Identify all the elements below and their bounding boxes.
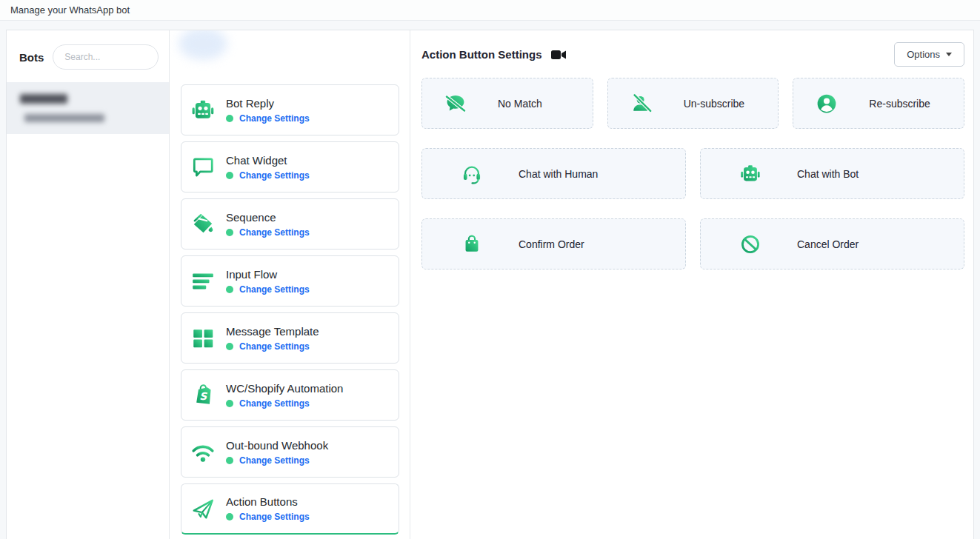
options-button[interactable]: Options (894, 42, 964, 67)
action-card-unsubscribe[interactable]: Un-subscribe (607, 78, 779, 129)
action-card-chat-with-human[interactable]: Chat with Human (421, 148, 686, 199)
video-camera-icon[interactable] (551, 50, 566, 60)
status-dot (226, 115, 233, 122)
change-settings-link[interactable]: Change Settings (239, 113, 310, 124)
feature-title: Action Buttons (226, 495, 310, 508)
feature-card-sequence[interactable]: Sequence Change Settings (181, 198, 399, 250)
main-card: Bots (6, 30, 974, 539)
feature-title: WC/Shopify Automation (226, 382, 343, 395)
change-settings-link[interactable]: Change Settings (239, 341, 310, 352)
robot-icon (739, 163, 761, 185)
status-dot (226, 343, 233, 350)
status-dot (226, 172, 233, 179)
change-settings-link[interactable]: Change Settings (239, 284, 310, 295)
ban-icon (739, 233, 761, 255)
page-title: Manage your WhatsApp bot (10, 4, 130, 16)
status-dot (226, 400, 233, 407)
feature-card-message-template[interactable]: Message Template Change Settings (181, 312, 399, 364)
resubscribe-person-icon (816, 93, 838, 115)
paper-plane-icon (190, 496, 226, 521)
chat-bubble-icon (190, 155, 226, 180)
action-card-cancel-order[interactable]: Cancel Order (700, 218, 964, 270)
bots-sidebar: Bots (7, 30, 170, 539)
feature-card-wc-shopify[interactable]: S WC/Shopify Automation Change Settings (181, 369, 399, 421)
options-label: Options (907, 49, 940, 60)
action-card-confirm-order[interactable]: Confirm Order (421, 218, 686, 270)
action-card-label: Re-subscribe (869, 98, 930, 110)
action-row-2: Chat with Human Chat with Bot (421, 148, 964, 199)
top-bar: Manage your WhatsApp bot (0, 0, 980, 21)
svg-text:S: S (199, 390, 207, 402)
headset-icon (461, 163, 483, 185)
status-dot (226, 286, 233, 293)
action-button-settings-panel: Action Button Settings Options (410, 30, 973, 539)
feature-title: Chat Widget (226, 154, 310, 167)
paint-bucket-icon (190, 212, 226, 237)
feature-title: Message Template (226, 325, 319, 338)
change-settings-link[interactable]: Change Settings (239, 170, 310, 181)
feature-card-action-buttons[interactable]: Action Buttons Change Settings (181, 483, 399, 535)
feature-card-input-flow[interactable]: Input Flow Change Settings (181, 255, 399, 307)
action-card-label: Chat with Human (519, 168, 598, 180)
wifi-icon (190, 440, 226, 465)
status-dot (226, 457, 233, 464)
search-input[interactable] (53, 44, 159, 70)
action-card-label: Chat with Bot (797, 168, 859, 180)
feature-title: Sequence (226, 211, 310, 224)
feature-title: Out-bound Webhook (226, 439, 328, 452)
action-card-resubscribe[interactable]: Re-subscribe (793, 78, 964, 129)
grid-squares-icon (190, 326, 226, 351)
change-settings-link[interactable]: Change Settings (239, 398, 310, 409)
feature-title: Input Flow (226, 268, 310, 281)
unsubscribe-person-icon (630, 93, 653, 115)
shopping-bag-icon (461, 233, 483, 255)
action-card-label: Cancel Order (797, 238, 859, 250)
action-card-no-match[interactable]: No Match (421, 78, 593, 129)
feature-card-chat-widget[interactable]: Chat Widget Change Settings (181, 141, 399, 192)
feature-title: Bot Reply (226, 97, 310, 110)
status-dot (226, 513, 233, 520)
action-row-1: No Match Un-subscribe (421, 78, 964, 129)
panel-title: Action Button Settings (421, 48, 541, 61)
feature-list: Bot Reply Change Settings Chat Widget Ch… (170, 30, 410, 539)
redacted-bot-phone (24, 114, 104, 122)
action-card-chat-with-bot[interactable]: Chat with Bot (700, 148, 964, 199)
change-settings-link[interactable]: Change Settings (239, 227, 310, 238)
sidebar-header: Bots (7, 30, 169, 82)
bot-list-item-selected[interactable] (7, 82, 169, 134)
action-card-label: No Match (498, 98, 542, 110)
feature-card-outbound-webhook[interactable]: Out-bound Webhook Change Settings (181, 426, 399, 478)
status-dot (226, 229, 233, 236)
blurred-blob (179, 30, 227, 60)
action-card-label: Un-subscribe (684, 98, 744, 110)
no-match-icon (444, 93, 467, 115)
change-settings-link[interactable]: Change Settings (239, 512, 310, 522)
shopify-bag-icon: S (190, 383, 226, 408)
bots-heading: Bots (19, 51, 44, 64)
change-settings-link[interactable]: Change Settings (239, 455, 310, 466)
robot-icon (190, 98, 226, 123)
redacted-bot-name (20, 94, 67, 104)
action-row-3: Confirm Order Cancel Order (421, 218, 964, 270)
action-card-label: Confirm Order (519, 238, 584, 250)
feature-card-bot-reply[interactable]: Bot Reply Change Settings (181, 84, 399, 135)
list-bars-icon (190, 269, 226, 294)
caret-down-icon (946, 53, 952, 56)
